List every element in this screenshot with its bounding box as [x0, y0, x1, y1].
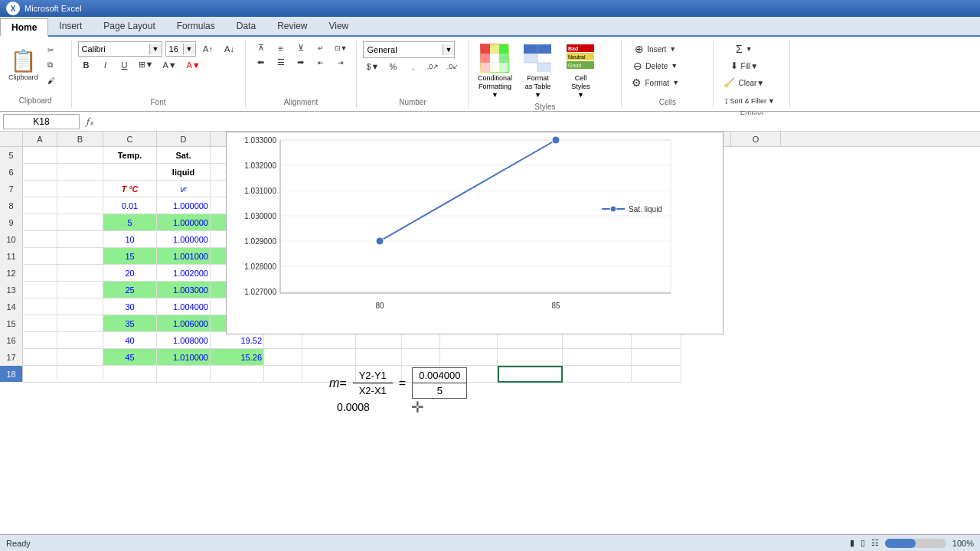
zoom-slider[interactable] — [885, 539, 946, 548]
cell-b15[interactable] — [57, 315, 103, 332]
cell-a13[interactable] — [23, 282, 57, 298]
cell-c9[interactable]: 5 — [103, 214, 157, 231]
format-as-table-button[interactable]: Formatas Table ▼ — [518, 41, 557, 101]
cut-button[interactable]: ✂ — [44, 43, 67, 57]
cell-b8[interactable] — [57, 197, 103, 214]
fill-color-button[interactable]: A▼ — [159, 59, 181, 71]
align-top-button[interactable]: ⊼ — [252, 41, 270, 54]
col-header-c[interactable]: C — [103, 132, 157, 147]
cell-d12[interactable]: 1.002000 — [157, 265, 211, 282]
cell-d16[interactable]: 1.008000 — [157, 332, 211, 349]
cell-e17[interactable]: 15.26 — [211, 349, 264, 366]
cell-a14[interactable] — [23, 298, 57, 315]
tab-review[interactable]: Review — [266, 17, 318, 35]
format-button[interactable]: ⚙ Format ▼ — [628, 75, 683, 90]
cell-h17[interactable] — [356, 349, 402, 366]
cell-c16[interactable]: 40 — [103, 332, 157, 349]
cell-d14[interactable]: 1.004000 — [157, 298, 211, 315]
cell-b10[interactable] — [57, 231, 103, 248]
page-break-button[interactable]: ☷ — [871, 538, 879, 548]
insert-button[interactable]: ⊕ Insert ▼ — [628, 41, 683, 57]
cell-a17[interactable] — [23, 349, 57, 366]
col-header-a[interactable]: A — [23, 132, 57, 147]
currency-button[interactable]: $▼ — [363, 60, 382, 73]
increase-decimal-button[interactable]: .0↗ — [423, 61, 442, 72]
cell-c11[interactable]: 15 — [103, 248, 157, 265]
font-size-dropdown[interactable]: 16 ▼ — [165, 41, 196, 57]
cell-d17[interactable]: 1.010000 — [157, 349, 211, 366]
cell-k18-selected[interactable] — [498, 366, 563, 383]
cell-d5[interactable]: Sat. — [157, 147, 211, 164]
cell-a6[interactable] — [23, 164, 57, 181]
cell-a7[interactable] — [23, 181, 57, 197]
cell-a10[interactable] — [23, 231, 57, 248]
align-center-button[interactable]: ☰ — [272, 56, 290, 69]
percent-button[interactable]: % — [384, 60, 402, 73]
comma-button[interactable]: , — [403, 60, 422, 73]
cell-c18[interactable] — [103, 366, 157, 383]
cell-c10[interactable]: 10 — [103, 231, 157, 248]
tab-page-layout[interactable]: Page Layout — [93, 17, 165, 35]
delete-button[interactable]: ⊖ Delete ▼ — [628, 58, 683, 73]
cell-c13[interactable]: 25 — [103, 282, 157, 298]
font-color-button[interactable]: A▼ — [183, 59, 204, 71]
cell-d13[interactable]: 1.003000 — [157, 282, 211, 298]
cell-b5[interactable] — [57, 147, 103, 164]
formula-input[interactable] — [101, 115, 977, 129]
cell-b6[interactable] — [57, 164, 103, 181]
increase-indent-button[interactable]: ⇥ — [332, 56, 350, 69]
cell-c6[interactable] — [103, 164, 157, 181]
col-header-b[interactable]: B — [57, 132, 103, 147]
cell-l18[interactable] — [563, 366, 632, 383]
cell-g17[interactable] — [302, 349, 356, 366]
cell-c5[interactable]: Temp. — [103, 147, 157, 164]
cell-b7[interactable] — [57, 181, 103, 197]
sort-filter-button[interactable]: ↕ Sort & Filter ▼ — [720, 93, 778, 109]
name-box[interactable] — [3, 114, 80, 129]
cell-c12[interactable]: 20 — [103, 265, 157, 282]
cell-a18[interactable] — [23, 366, 57, 383]
cell-j17[interactable] — [440, 349, 498, 366]
cell-a15[interactable] — [23, 315, 57, 332]
cell-c17[interactable]: 45 — [103, 349, 157, 366]
page-layout-button[interactable]: ▯ — [861, 538, 865, 548]
underline-button[interactable]: U — [116, 59, 133, 71]
tab-view[interactable]: View — [318, 17, 359, 35]
tab-insert[interactable]: Insert — [48, 17, 93, 35]
cell-k17[interactable] — [498, 349, 563, 366]
decrease-font-button[interactable]: A↓ — [220, 43, 239, 55]
align-bottom-button[interactable]: ⊻ — [292, 41, 310, 54]
font-name-dropdown[interactable]: Calibri ▼ — [78, 41, 162, 57]
wrap-text-button[interactable]: ↵ — [312, 41, 330, 54]
tab-data[interactable]: Data — [226, 17, 266, 35]
tab-home[interactable]: Home — [0, 18, 48, 37]
number-format-dropdown[interactable]: General ▼ — [363, 41, 455, 58]
cell-b12[interactable] — [57, 265, 103, 282]
cell-c14[interactable]: 30 — [103, 298, 157, 315]
cell-b9[interactable] — [57, 214, 103, 231]
autosum-button[interactable]: Σ ▼ — [720, 41, 768, 57]
cell-b18[interactable] — [57, 366, 103, 383]
cell-b17[interactable] — [57, 349, 103, 366]
cell-a11[interactable] — [23, 248, 57, 265]
italic-button[interactable]: I — [97, 59, 114, 71]
normal-view-button[interactable]: ▮ — [850, 538, 854, 548]
borders-button[interactable]: ⊞▼ — [136, 58, 157, 71]
paste-button[interactable]: 📋 Clipboard — [5, 43, 42, 89]
cell-m17[interactable] — [632, 349, 681, 366]
conditional-formatting-button[interactable]: ConditionalFormatting ▼ — [475, 41, 514, 101]
col-header-d[interactable]: D — [157, 132, 211, 147]
cell-d18[interactable] — [157, 366, 211, 383]
cell-d6[interactable]: liquid — [157, 164, 211, 181]
cell-a16[interactable] — [23, 332, 57, 349]
cell-l17[interactable] — [563, 349, 632, 366]
cell-a12[interactable] — [23, 265, 57, 282]
format-painter-button[interactable]: 🖌 — [44, 73, 67, 87]
decrease-indent-button[interactable]: ⇤ — [312, 56, 330, 69]
align-middle-button[interactable]: ≡ — [272, 41, 290, 54]
decrease-decimal-button[interactable]: .0↙ — [443, 61, 462, 72]
cell-b13[interactable] — [57, 282, 103, 298]
cell-d15[interactable]: 1.006000 — [157, 315, 211, 332]
cell-f18[interactable] — [264, 366, 302, 383]
align-left-button[interactable]: ⬅ — [252, 56, 270, 69]
